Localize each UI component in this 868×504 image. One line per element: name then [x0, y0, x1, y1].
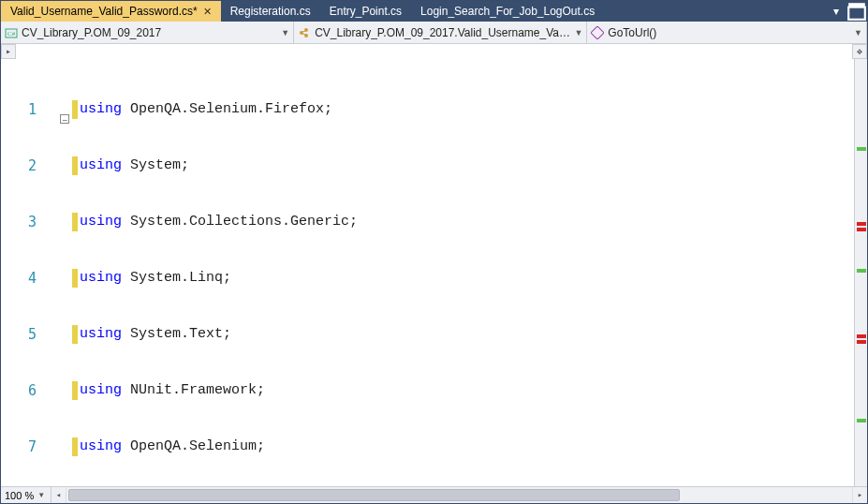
active-files-dropdown-icon[interactable]: ▾ [826, 1, 846, 22]
type-label: CV_Library_P.OM_09_2017.Valid_Username_V… [315, 26, 570, 39]
line-number: 3 [1, 213, 44, 231]
line-number: 2 [1, 156, 44, 175]
scroll-left-icon[interactable]: ◂ [51, 487, 66, 503]
tab-label: Registeration.cs [230, 5, 311, 18]
tab-label: Valid_Username_Valid_Password.cs* [10, 5, 198, 18]
ruler-mark-error[interactable] [857, 228, 866, 231]
ruler-mark-error[interactable] [857, 334, 866, 338]
member-label: GoToUrl() [608, 26, 850, 39]
code-navigation-bar: C# CV_Library_P.OM_09_2017 ▼ CV_Library_… [1, 22, 867, 44]
method-icon [591, 26, 604, 39]
zoom-value: 100 % [5, 490, 34, 501]
toggle-outlining-icon[interactable]: ▸ [1, 44, 16, 59]
split-window-icon[interactable]: ✥ [852, 44, 867, 59]
member-dropdown[interactable]: GoToUrl() ▼ [587, 22, 867, 43]
ruler-mark-error[interactable] [857, 340, 866, 344]
ruler-mark-error[interactable] [857, 222, 866, 226]
chevron-down-icon: ▼ [281, 28, 289, 37]
line-number: 7 [1, 437, 44, 456]
tab-entry-point[interactable]: Entry_Point.cs [320, 1, 411, 22]
code-content[interactable]: 1using OpenQA.Selenium.Firefox; 2using S… [1, 44, 854, 486]
document-tab-bar: Valid_Username_Valid_Password.cs* ✕ Regi… [1, 1, 867, 22]
close-icon[interactable]: ✕ [203, 6, 212, 18]
ruler-mark-change[interactable] [857, 147, 866, 151]
chevron-down-icon: ▼ [37, 491, 45, 499]
line-number: 4 [1, 269, 44, 288]
horizontal-scrollbar[interactable]: ◂ ▸ [51, 487, 867, 503]
line-number: 5 [1, 325, 44, 344]
tab-label: Entry_Point.cs [330, 5, 402, 18]
scrollbar-thumb[interactable] [68, 489, 680, 501]
svg-text:C#: C# [7, 30, 16, 37]
scroll-right-icon[interactable]: ▸ [852, 487, 867, 503]
tab-valid-username[interactable]: Valid_Username_Valid_Password.cs* ✕ [1, 1, 221, 22]
line-number: 1 [1, 100, 44, 119]
editor-footer: 100 % ▼ ◂ ▸ [1, 486, 867, 503]
svg-line-8 [302, 34, 305, 35]
tab-login-search[interactable]: Login_Search_For_Job_LogOut.cs [411, 1, 604, 22]
chevron-down-icon: ▼ [574, 28, 582, 37]
svg-rect-1 [848, 3, 865, 7]
ruler-mark-change[interactable] [857, 269, 866, 273]
svg-rect-9 [591, 26, 604, 39]
ruler-mark-change[interactable] [857, 419, 866, 422]
csharp-project-icon: C# [5, 26, 18, 39]
code-editor[interactable]: ▸ ✥ 1using OpenQA.Selenium.Firefox; 2usi… [1, 44, 867, 486]
svg-line-7 [302, 31, 305, 32]
tab-label: Login_Search_For_Job_LogOut.cs [420, 5, 595, 18]
svg-rect-0 [848, 7, 865, 20]
scope-dropdown[interactable]: C# CV_Library_P.OM_09_2017 ▼ [1, 22, 294, 43]
tab-registeration[interactable]: Registeration.cs [221, 1, 320, 22]
class-icon [298, 26, 311, 39]
line-number: 6 [1, 381, 44, 400]
type-dropdown[interactable]: CV_Library_P.OM_09_2017.Valid_Username_V… [294, 22, 587, 43]
zoom-dropdown[interactable]: 100 % ▼ [1, 487, 51, 503]
chevron-down-icon: ▼ [854, 28, 862, 37]
overview-ruler[interactable] [854, 44, 867, 486]
maximize-icon[interactable] [846, 1, 867, 22]
scope-label: CV_Library_P.OM_09_2017 [22, 26, 277, 39]
